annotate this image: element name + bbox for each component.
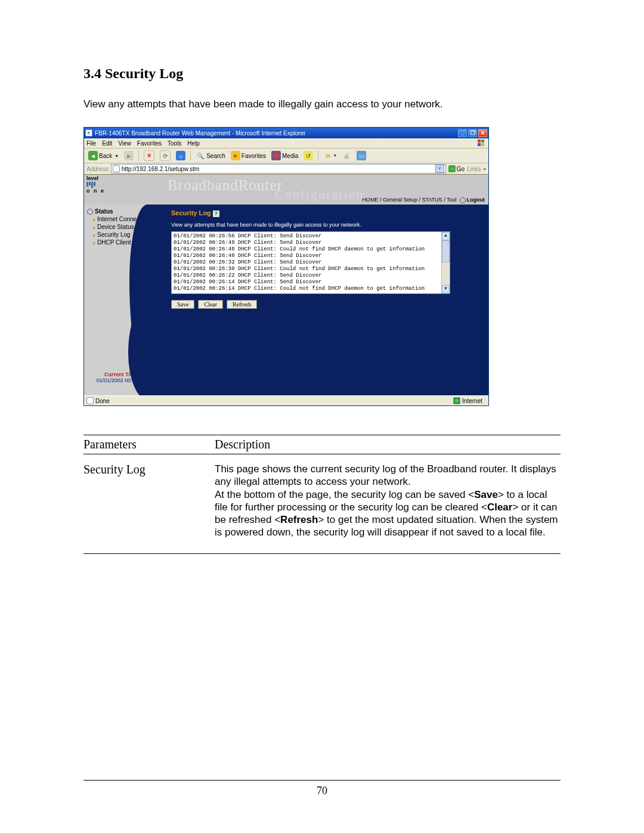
log-line: 01/01/2002 00:26:30 DHCP Client: Could n…: [174, 266, 439, 272]
close-button[interactable]: X: [478, 129, 487, 137]
log-line: 01/01/2002 00:26:40 DHCP Client: Send Di…: [174, 253, 439, 259]
param-desc: This page shows the current security log…: [215, 463, 561, 539]
main-panel: Security Log? View any attempts that hav…: [164, 205, 488, 395]
address-label: Address: [86, 166, 109, 172]
media-icon: [271, 151, 281, 160]
page-number: 70: [0, 785, 644, 797]
search-icon: 🔍: [196, 151, 205, 160]
table-row: Security Log This page shows the current…: [83, 454, 561, 553]
menu-view[interactable]: View: [118, 140, 131, 147]
ie-window: e FBR-1406TX Broadband Router Web Manage…: [83, 127, 489, 406]
print-button[interactable]: 🖨: [340, 150, 353, 161]
section-title: 3.4 Security Log: [83, 66, 561, 82]
stop-button[interactable]: ×: [142, 150, 156, 162]
status-text: Done: [95, 398, 110, 404]
mail-icon: ✉: [323, 151, 333, 160]
forward-button[interactable]: ►: [122, 150, 135, 161]
parameters-table: Parameters Description Security Log This…: [83, 435, 561, 554]
page-icon: [86, 397, 94, 404]
banner-subtitle: Configuration: [275, 187, 364, 202]
param-name: Security Log: [83, 463, 215, 539]
favorites-button[interactable]: ★Favorites: [229, 150, 268, 161]
save-button[interactable]: Save: [171, 300, 194, 309]
scroll-thumb[interactable]: [442, 240, 450, 262]
log-line: 01/01/2002 00:26:14 DHCP Client: Send Di…: [174, 279, 439, 286]
media-button[interactable]: Media: [270, 150, 300, 161]
log-line: 01/01/2002 00:26:32 DHCP Client: Send Di…: [174, 259, 439, 266]
menu-help[interactable]: Help: [187, 140, 200, 147]
levelone-logo: level o n e: [86, 176, 105, 194]
page-icon: [113, 165, 120, 172]
menubar: File Edit View Favorites Tools Help: [84, 138, 488, 148]
status-bar: Done Internet: [84, 395, 488, 405]
log-line: 01/01/2002 00:26:48 DHCP Client: Could n…: [174, 246, 439, 253]
crumb-tool[interactable]: Tool: [447, 197, 457, 203]
scrollbar[interactable]: ▲ ▼: [441, 232, 450, 293]
crumb-general-setup[interactable]: General Setup: [383, 197, 417, 203]
breadcrumb: HOME / General Setup / STATUS / Tool Log…: [362, 197, 485, 203]
mail-button[interactable]: ✉▾: [321, 150, 338, 161]
log-textarea[interactable]: 01/01/2002 00:26:56 DHCP Client: Send Di…: [171, 231, 450, 294]
address-bar: Address http://192.168.2.1/setupw.stm v …: [84, 163, 488, 175]
search-button[interactable]: 🔍Search: [194, 150, 227, 161]
windows-flag-icon: [478, 140, 486, 147]
col-parameters: Parameters: [83, 438, 215, 451]
menu-favorites[interactable]: Favorites: [137, 140, 162, 147]
refresh-button[interactable]: ⟳: [158, 150, 172, 162]
col-description: Description: [215, 438, 270, 451]
menu-tools[interactable]: Tools: [168, 140, 181, 147]
history-button[interactable]: ↺: [302, 150, 315, 161]
log-line: 01/01/2002 00:26:48 DHCP Client: Send Di…: [174, 240, 439, 246]
crumb-home[interactable]: HOME: [362, 197, 378, 203]
router-header: level o n e BroadbandRouter Configuratio…: [84, 175, 488, 205]
scroll-down-icon[interactable]: ▼: [442, 285, 450, 293]
scroll-up-icon[interactable]: ▲: [442, 232, 450, 240]
footer-rule: [83, 780, 561, 781]
clear-button[interactable]: Clear: [198, 300, 223, 309]
bullet-icon: [87, 209, 93, 215]
log-line: 01/01/2002 00:26:22 DHCP Client: Send Di…: [174, 272, 439, 279]
table-header: Parameters Description: [83, 435, 561, 454]
circle-icon: [460, 197, 466, 203]
history-icon: ↺: [304, 151, 313, 160]
links-label[interactable]: Links: [467, 166, 481, 172]
address-dropdown-icon[interactable]: v: [435, 165, 444, 173]
crumb-logout[interactable]: Logout: [467, 197, 485, 203]
panel-heading: Security Log?: [171, 209, 481, 217]
crumb-status[interactable]: STATUS: [422, 197, 442, 203]
log-line: 01/01/2002 00:26:14 DHCP Client: Could n…: [174, 286, 439, 292]
help-icon[interactable]: ?: [213, 210, 219, 217]
banner-title: BroadbandRouter: [168, 177, 283, 194]
menu-file[interactable]: File: [86, 140, 96, 147]
go-icon: →: [448, 165, 456, 172]
log-line: 01/01/2002 00:26:56 DHCP Client: Send Di…: [174, 233, 439, 240]
print-icon: 🖨: [342, 151, 351, 160]
home-button[interactable]: ⌂: [174, 150, 187, 161]
titlebar: e FBR-1406TX Broadband Router Web Manage…: [84, 128, 488, 138]
links-chevron-icon[interactable]: »: [484, 166, 486, 172]
address-value: http://192.168.2.1/setupw.stm: [122, 166, 200, 172]
internet-zone-icon: [453, 397, 460, 404]
minimize-button[interactable]: _: [458, 129, 467, 137]
window-title: FBR-1406TX Broadband Router Web Manageme…: [95, 130, 458, 137]
refresh-log-button[interactable]: Refresh: [227, 300, 257, 309]
toolbar: ◄Back▼ ► × ⟳ ⌂ 🔍Search ★Favorites Media …: [84, 148, 488, 163]
menu-edit[interactable]: Edit: [102, 140, 112, 147]
zone-text: Internet: [462, 398, 482, 404]
ie-icon: e: [85, 129, 92, 137]
intro-text: View any attempts that have been made to…: [83, 98, 561, 110]
go-button[interactable]: →Go: [448, 165, 465, 172]
sidebar: Status Internet Connection Device Status…: [84, 205, 164, 395]
router-page: level o n e BroadbandRouter Configuratio…: [84, 175, 488, 395]
star-icon: ★: [231, 151, 240, 160]
edit-icon: ▭: [357, 151, 366, 160]
maximize-button[interactable]: ❐: [468, 129, 477, 137]
address-field[interactable]: http://192.168.2.1/setupw.stm v: [111, 164, 446, 174]
panel-desc: View any attempts that have been made to…: [171, 222, 481, 228]
edit-button[interactable]: ▭: [355, 150, 368, 161]
back-button[interactable]: ◄Back▼: [86, 150, 120, 161]
